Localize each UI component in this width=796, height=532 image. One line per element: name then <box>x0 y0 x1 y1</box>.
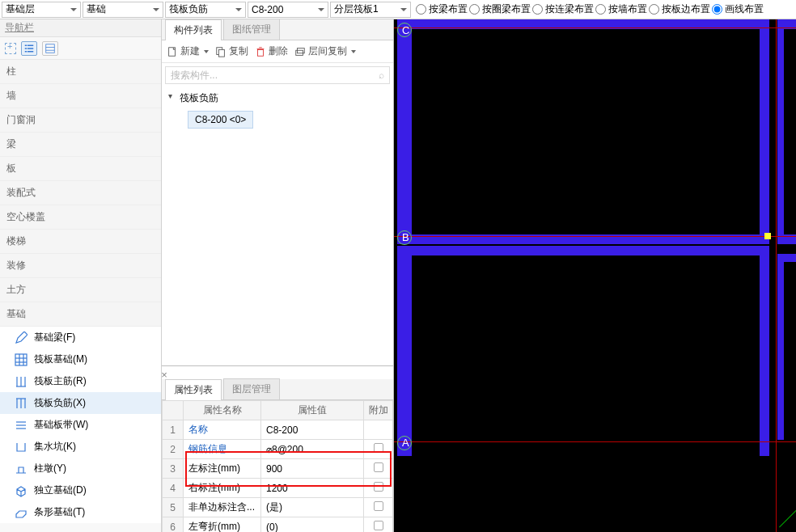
radio-option[interactable]: 画线布置 <box>712 2 764 16</box>
property-row[interactable]: 4右标注(mm)1200 <box>163 479 393 498</box>
property-grid[interactable]: 属性名称 属性值 附加 1名称C8-2002钢筋信息⌀8@2003左标注(mm)… <box>162 400 393 532</box>
nav-group[interactable]: 楼梯 <box>0 230 161 254</box>
nav-group[interactable]: 土方 <box>0 278 161 302</box>
property-row[interactable]: 1名称C8-200 <box>163 420 393 440</box>
svg-rect-5 <box>28 51 34 53</box>
radio-option[interactable]: 按梁布置 <box>416 2 468 16</box>
nav-group[interactable]: 基础 <box>0 302 161 327</box>
main-area: 导航栏 柱墙门窗洞梁板装配式空心楼盖楼梯装修土方基础基础梁(F)筏板基础(M)筏… <box>0 19 796 532</box>
nav-item[interactable]: 筏板主筋(R) <box>0 370 161 392</box>
combo-selector[interactable]: 分层筏板1 <box>330 2 411 18</box>
drawing-canvas[interactable]: C B A <box>394 19 796 532</box>
component-tree[interactable]: 筏板负筋 C8-200 <0> <box>162 84 393 133</box>
rownum-header <box>163 401 184 420</box>
svg-rect-25 <box>218 49 224 57</box>
radio-option[interactable]: 按板边布置 <box>649 2 710 16</box>
component-toolbar: 新建 复制 删除 层间复制 <box>162 40 393 63</box>
top-toolbar: 基础层基础筏板负筋C8-200分层筏板1按梁布置按圈梁布置按连梁布置按墙布置按板… <box>0 0 796 19</box>
slab-shape <box>397 246 769 456</box>
nav-item[interactable]: 条形基础(T) <box>0 501 161 523</box>
pencil-icon <box>15 331 28 344</box>
tab-component-list[interactable]: 构件列表 <box>165 19 222 40</box>
checkbox-icon[interactable] <box>374 443 383 453</box>
component-list-panel: × 构件列表 图纸管理 新建 复制 删除 层间复制 ⌕ 筏板负筋 C8-200 … <box>162 19 393 366</box>
search-box[interactable]: ⌕ <box>165 66 390 84</box>
caret-down-icon <box>400 8 407 11</box>
property-row[interactable]: 6左弯折(mm)(0) <box>163 517 393 533</box>
checkbox-icon[interactable] <box>374 521 383 530</box>
new-button[interactable]: 新建 <box>167 44 209 58</box>
nav-item[interactable]: 集水坑(K) <box>0 436 161 458</box>
cube-icon <box>15 484 28 497</box>
checkbox-icon[interactable] <box>374 462 383 472</box>
nav-group[interactable]: 柱 <box>0 60 161 84</box>
combo-selector[interactable]: C8-200 <box>248 2 328 18</box>
nav-group[interactable]: 墙 <box>0 84 161 108</box>
caret-down-icon <box>235 8 242 11</box>
navigator-groups[interactable]: 柱墙门窗洞梁板装配式空心楼盖楼梯装修土方基础基础梁(F)筏板基础(M)筏板主筋(… <box>0 60 161 532</box>
slab-shape <box>397 19 769 244</box>
combo-selector[interactable]: 基础层 <box>2 2 81 18</box>
nav-group[interactable]: 门窗洞 <box>0 108 161 133</box>
component-list-tabs: 构件列表 图纸管理 <box>162 19 393 40</box>
tab-drawing-manage[interactable]: 图纸管理 <box>223 19 280 40</box>
slab-shape <box>777 254 796 440</box>
nav-group[interactable]: 空心楼盖 <box>0 205 161 230</box>
axis-label-b: B <box>402 231 409 243</box>
strip-icon <box>15 506 28 519</box>
radio-option[interactable]: 按圈梁布置 <box>469 2 531 16</box>
list-view-icon[interactable] <box>21 41 37 56</box>
combo-selector[interactable]: 基础 <box>83 2 163 18</box>
svg-rect-3 <box>28 48 34 49</box>
caret-down-icon <box>70 8 77 11</box>
diag-line <box>779 505 796 528</box>
delete-button[interactable]: 删除 <box>255 44 288 58</box>
caret-down-icon <box>351 50 356 53</box>
nav-item[interactable]: 独立基础(D) <box>0 479 161 501</box>
svg-rect-6 <box>46 44 55 53</box>
property-row[interactable]: 2钢筋信息⌀8@200 <box>163 440 393 459</box>
svg-rect-0 <box>25 44 27 46</box>
tab-layer-manage[interactable]: 图层管理 <box>223 378 280 399</box>
nav-item[interactable]: 筏板负筋(X) <box>0 392 161 414</box>
nav-group[interactable]: 装配式 <box>0 181 161 205</box>
nav-item[interactable]: 基础梁(F) <box>0 327 161 348</box>
property-row[interactable]: 3左标注(mm)900 <box>163 459 393 479</box>
combo-selector[interactable]: 筏板负筋 <box>165 2 246 18</box>
svg-rect-26 <box>258 49 264 56</box>
nav-item[interactable]: 基础板带(W) <box>0 414 161 436</box>
property-row[interactable]: 5非单边标注含...(是) <box>163 498 393 517</box>
copy-button[interactable]: 复制 <box>215 44 248 58</box>
caret-down-icon <box>153 8 159 11</box>
checkbox-icon[interactable] <box>374 501 383 511</box>
grid-line <box>776 19 777 532</box>
nav-group[interactable]: 板 <box>0 157 161 181</box>
axis-label-c: C <box>402 24 409 36</box>
col-extra: 附加 <box>364 401 393 420</box>
checkbox-icon[interactable] <box>374 482 383 492</box>
layout-mode-radios: 按梁布置按圈梁布置按连梁布置按墙布置按板边布置画线布置 <box>416 2 764 16</box>
grid-line <box>394 27 796 28</box>
nav-item[interactable]: 柱墩(Y) <box>0 458 161 479</box>
radio-option[interactable]: 按墙布置 <box>595 2 647 16</box>
layer-copy-button[interactable]: 层间复制 <box>294 44 356 58</box>
nav-item[interactable]: 筏板基础(M) <box>0 348 161 370</box>
search-input[interactable] <box>171 70 379 81</box>
add-category-icon[interactable] <box>5 43 16 54</box>
u-shape-icon <box>15 441 28 454</box>
radio-option[interactable]: 按连梁布置 <box>532 2 594 16</box>
tree-item[interactable]: C8-200 <0> <box>188 111 253 129</box>
navigator-title: 导航栏 <box>0 19 161 37</box>
search-icon[interactable]: ⌕ <box>379 70 384 81</box>
nav-group[interactable]: 梁 <box>0 133 161 157</box>
tab-property-list[interactable]: 属性列表 <box>165 379 222 400</box>
nav-group[interactable]: 装修 <box>0 254 161 278</box>
grid-view-icon[interactable] <box>42 41 58 56</box>
svg-rect-2 <box>25 48 27 49</box>
col-name: 属性名称 <box>184 401 261 420</box>
svg-rect-4 <box>25 51 27 53</box>
hash-down-icon <box>15 375 28 388</box>
tree-root[interactable]: 筏板负筋 <box>165 89 390 108</box>
caret-down-icon <box>318 8 324 11</box>
grid-icon <box>15 353 28 366</box>
